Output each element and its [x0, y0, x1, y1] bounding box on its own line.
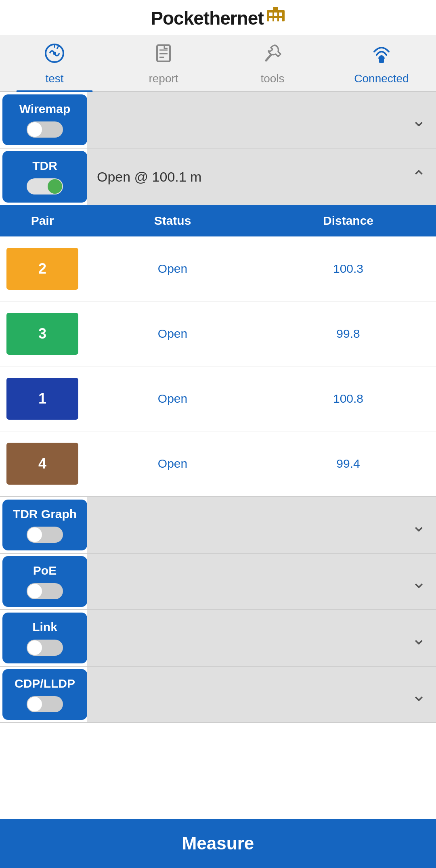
tdr-graph-toggle[interactable] — [27, 527, 63, 543]
connected-icon — [370, 42, 393, 69]
link-label: Link — [32, 620, 57, 634]
cdplldp-content: ⌄ — [87, 667, 436, 722]
table-row: 2 Open 100.3 — [0, 236, 436, 301]
tdr-button[interactable]: TDR — [2, 151, 87, 203]
tdr-header-pair: Pair — [0, 205, 85, 236]
poe-section: PoE ⌄ — [0, 554, 436, 610]
pair-badge-2: 2 — [6, 248, 78, 290]
tdr-summary-text: Open @ 100.1 m — [97, 169, 201, 185]
tdr-header-distance: Distance — [260, 205, 436, 236]
tdr-toggle-thumb — [48, 179, 62, 194]
svg-rect-5 — [274, 18, 277, 21]
link-content: ⌄ — [87, 610, 436, 666]
logo-icon — [266, 7, 285, 27]
tdr-graph-content: ⌄ — [87, 497, 436, 553]
tab-connected-label: Connected — [354, 72, 409, 85]
tdr-toggle[interactable] — [27, 178, 63, 195]
svg-rect-1 — [269, 13, 272, 16]
link-button[interactable]: Link — [2, 613, 87, 663]
tdr-table-header: Pair Status Distance — [0, 205, 436, 236]
cdplldp-toggle[interactable] — [27, 696, 63, 712]
link-toggle[interactable] — [27, 640, 63, 656]
pair-cell-container-2: 2 — [0, 236, 85, 301]
tdr-chevron: ⌃ — [411, 167, 426, 187]
link-toggle-thumb — [27, 640, 42, 655]
tab-report-label: report — [149, 72, 178, 85]
pair-badge-3: 3 — [6, 313, 78, 355]
nav-tabs: test report tools — [0, 35, 436, 92]
tab-tools-label: tools — [260, 72, 284, 85]
measure-button[interactable]: Measure — [0, 819, 436, 868]
cdplldp-section: CDP/LLDP ⌄ — [0, 667, 436, 723]
tdr-distance-3: 99.8 — [263, 303, 434, 364]
pair-badge-4: 4 — [6, 443, 78, 485]
pair-cell-container-4: 4 — [0, 431, 85, 496]
tdr-graph-chevron: ⌄ — [411, 515, 426, 535]
svg-point-9 — [53, 52, 56, 55]
tdr-distance-4: 99.4 — [263, 433, 434, 494]
tools-icon — [261, 42, 284, 69]
tab-test[interactable]: test — [0, 35, 109, 91]
tab-report[interactable]: report — [109, 35, 218, 91]
tdr-header-status: Status — [85, 205, 260, 236]
table-row: 1 Open 100.8 — [0, 366, 436, 431]
tdr-status-2: Open — [87, 238, 258, 299]
svg-rect-4 — [269, 18, 272, 21]
link-section: Link ⌄ — [0, 610, 436, 667]
svg-rect-17 — [379, 57, 384, 63]
poe-toggle-thumb — [27, 584, 42, 598]
tdr-label: TDR — [32, 159, 57, 173]
table-row: 4 Open 99.4 — [0, 431, 436, 496]
tdr-distance-1: 100.8 — [263, 368, 434, 429]
svg-line-11 — [57, 46, 59, 49]
tdr-summary-content: Open @ 100.1 m ⌃ — [87, 149, 436, 205]
report-icon — [152, 42, 175, 69]
svg-line-16 — [266, 55, 271, 61]
app-logo-text: Pockethernet — [151, 7, 263, 29]
pair-cell-container-1: 1 — [0, 366, 85, 431]
wiremap-section: Wiremap ⌄ — [0, 92, 436, 149]
cdplldp-button[interactable]: CDP/LLDP — [2, 669, 87, 720]
cdplldp-label: CDP/LLDP — [15, 677, 75, 690]
tab-connected[interactable]: Connected — [327, 35, 436, 91]
link-chevron: ⌄ — [411, 628, 426, 648]
wiremap-content: ⌄ — [87, 92, 436, 148]
tab-test-label: test — [45, 72, 63, 85]
tdr-graph-button[interactable]: TDR Graph — [2, 500, 87, 550]
tdr-status-1: Open — [87, 368, 258, 429]
pair-badge-1: 1 — [6, 378, 78, 420]
svg-rect-7 — [273, 7, 278, 11]
poe-label: PoE — [33, 564, 57, 577]
measure-button-label: Measure — [182, 833, 254, 853]
tdr-distance-2: 100.3 — [263, 238, 434, 299]
wiremap-chevron: ⌄ — [411, 110, 426, 130]
cdplldp-toggle-thumb — [27, 697, 42, 711]
tdr-status-4: Open — [87, 433, 258, 494]
tdr-graph-label: TDR Graph — [13, 507, 77, 521]
tdr-section: TDR Open @ 100.1 m ⌃ Pair Status Distanc… — [0, 149, 436, 497]
poe-button[interactable]: PoE — [2, 556, 87, 607]
pair-cell-container-3: 3 — [0, 301, 85, 366]
logo-bar: Pockethernet — [0, 0, 436, 35]
tdr-table: Pair Status Distance 2 Open 100.3 3 Open… — [0, 205, 436, 496]
svg-rect-6 — [279, 18, 282, 21]
tdr-graph-section: TDR Graph ⌄ — [0, 497, 436, 554]
wiremap-toggle[interactable] — [27, 121, 63, 138]
tab-tools[interactable]: tools — [218, 35, 327, 91]
table-row: 3 Open 99.8 — [0, 301, 436, 366]
wiremap-label: Wiremap — [19, 102, 70, 116]
poe-content: ⌄ — [87, 554, 436, 609]
svg-rect-2 — [274, 13, 277, 16]
svg-rect-3 — [279, 13, 282, 16]
test-icon — [43, 42, 66, 69]
poe-toggle[interactable] — [27, 583, 63, 599]
tdr-status-3: Open — [87, 303, 258, 364]
wiremap-toggle-thumb — [27, 122, 42, 137]
tdr-graph-toggle-thumb — [27, 527, 42, 542]
poe-chevron: ⌄ — [411, 571, 426, 592]
wiremap-button[interactable]: Wiremap — [2, 94, 87, 145]
tdr-top-row: TDR Open @ 100.1 m ⌃ — [0, 149, 436, 205]
cdplldp-chevron: ⌄ — [411, 684, 426, 705]
